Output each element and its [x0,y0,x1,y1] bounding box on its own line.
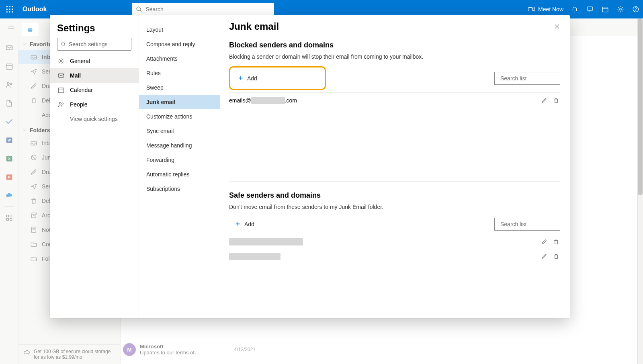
blocked-entry-prefix: emails@ [229,97,251,104]
global-search[interactable] [132,3,274,16]
redacted-text [229,238,303,245]
category-rules[interactable]: Rules [139,66,220,80]
settings-nav: Settings Search settings GeneralMailCale… [50,15,139,318]
svg-point-7 [9,11,10,12]
meet-now-label: Meet Now [538,6,563,12]
svg-rect-13 [602,7,608,12]
svg-point-54 [62,103,63,104]
safe-add-button[interactable]: ＋ Add [229,217,260,231]
calendar-icon [57,86,65,94]
edit-icon[interactable] [540,252,548,260]
close-icon[interactable] [551,21,563,32]
people-icon [57,100,65,108]
blocked-search-list[interactable] [494,72,560,85]
delete-icon[interactable] [552,238,560,246]
svg-point-4 [9,8,10,10]
category-message-handling[interactable]: Message handling [139,138,220,153]
settings-item-label: People [70,101,88,108]
svg-rect-11 [528,8,532,11]
settings-title: Settings [50,21,139,38]
blocked-entry-suffix: .com [285,97,297,104]
category-nav: LayoutCompose and replyAttachmentsRulesS… [139,15,220,318]
redacted-text [251,97,285,104]
svg-rect-50 [58,74,64,78]
settings-modal: Settings Search settings GeneralMailCale… [50,15,570,318]
mail-icon [57,72,65,80]
category-sync-email[interactable]: Sync email [139,124,220,138]
help-icon[interactable] [632,5,640,13]
blocked-desc: Blocking a sender or domain will stop th… [229,53,560,60]
svg-rect-51 [58,88,64,93]
scrollbar-thumb[interactable] [638,18,643,195]
svg-point-49 [60,60,62,62]
meet-now-button[interactable]: Meet Now [528,6,563,13]
settings-item-general[interactable]: General [50,54,139,68]
settings-icon[interactable] [616,5,625,13]
junk-email-pane: Junk email Blocked senders and domains B… [220,15,570,318]
safe-list [229,234,560,263]
svg-point-15 [620,8,622,10]
svg-line-48 [64,45,66,46]
safe-list-row [229,249,560,263]
settings-search-placeholder: Search settings [69,41,108,47]
safe-heading: Safe senders and domains [229,191,560,200]
svg-point-8 [12,11,13,12]
blocked-list: emails@ .com [229,92,560,107]
safe-add-label: Add [244,221,254,227]
category-forwarding[interactable]: Forwarding [139,153,220,167]
edit-icon[interactable] [540,238,548,246]
category-customize-actions[interactable]: Customize actions [139,109,220,124]
plus-icon: ＋ [238,74,244,82]
svg-point-53 [59,102,61,104]
category-layout[interactable]: Layout [139,22,220,37]
svg-point-2 [12,6,13,7]
settings-item-calendar[interactable]: Calendar [50,83,139,97]
blocked-list-row: emails@ .com [229,93,560,107]
svg-point-17 [636,10,636,11]
safe-search-input[interactable] [500,221,570,227]
category-automatic-replies[interactable]: Automatic replies [139,167,220,182]
blocked-heading: Blocked senders and domains [229,41,560,49]
blocked-add-button[interactable]: ＋ Add [229,66,326,90]
settings-item-label: Mail [70,72,81,79]
category-junk-email[interactable]: Junk email [139,95,220,109]
plus-icon: ＋ [235,220,241,228]
category-attachments[interactable]: Attachments [139,51,220,66]
safe-search-list[interactable] [494,218,560,231]
settings-item-label: General [70,58,90,64]
global-search-input[interactable] [145,6,270,12]
my-day-icon[interactable] [601,5,609,13]
edit-icon[interactable] [540,96,548,104]
view-quick-settings-link[interactable]: View quick settings [50,112,139,126]
settings-search[interactable]: Search settings [57,38,131,51]
safe-list-row [229,234,560,249]
blocked-search-input[interactable] [500,75,570,82]
svg-rect-12 [587,7,593,10]
app-title: Outlook [23,6,47,13]
chat-icon[interactable] [586,5,594,13]
blocked-add-label: Add [247,75,257,82]
svg-line-10 [140,10,141,11]
category-compose-and-reply[interactable]: Compose and reply [139,37,220,51]
pane-title: Junk email [229,21,560,32]
gear-icon [57,57,65,65]
safe-desc: Don't move email from these senders to m… [229,204,560,210]
notifications-icon[interactable] [571,5,579,13]
svg-point-3 [6,8,8,10]
svg-point-6 [6,11,8,12]
app-launcher-icon[interactable] [3,3,16,16]
redacted-text [229,253,281,260]
category-sweep[interactable]: Sweep [139,80,220,95]
settings-item-people[interactable]: People [50,97,139,112]
category-subscriptions[interactable]: Subscriptions [139,182,220,196]
svg-point-1 [9,6,10,7]
settings-item-label: Calendar [70,87,93,93]
settings-item-mail[interactable]: Mail [50,68,139,83]
delete-icon[interactable] [552,252,560,260]
svg-point-5 [12,8,13,10]
delete-icon[interactable] [552,96,560,104]
svg-point-0 [6,6,8,7]
